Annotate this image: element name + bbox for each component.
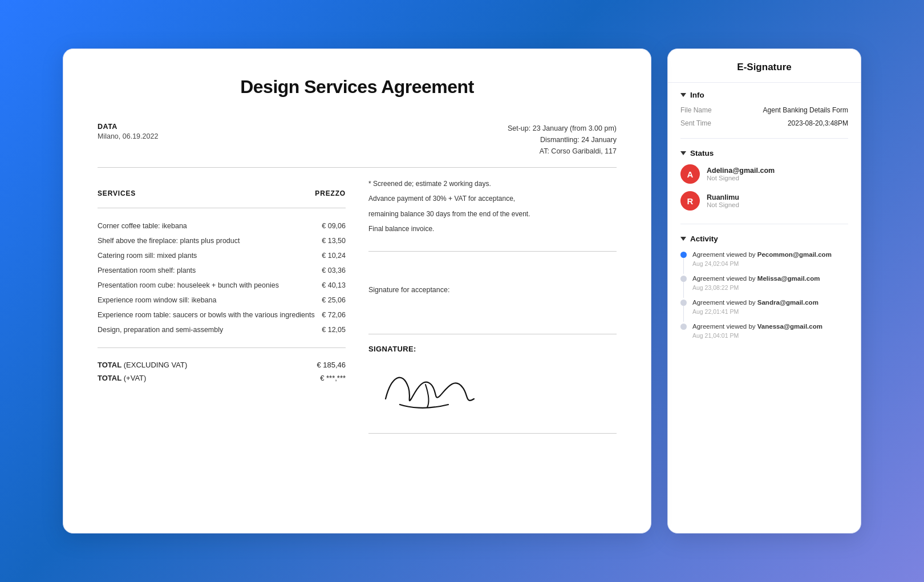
activity-text-3: Agreement viewed by Sandra@gmail.com <box>692 298 818 308</box>
activity-time-3: Aug 22,01:41 PM <box>692 308 818 315</box>
signer-row-2: R Ruanlimu Not Signed <box>680 191 848 211</box>
triangle-icon-2 <box>680 151 686 155</box>
signature-label: SIGNATURE: <box>368 345 617 353</box>
service-row-1: Corner coffee table: ikebana € 09,06 <box>98 219 346 233</box>
sent-time-value: 2023-08-20,3:48PM <box>788 119 848 127</box>
notes-divider <box>368 251 617 252</box>
activity-item-2: Agreement viewed by Melissa@gmail.com Au… <box>680 274 848 298</box>
doc-date: Milano, 06.19.2022 <box>98 132 158 140</box>
activity-dot-4 <box>680 324 687 330</box>
activity-dot-1 <box>680 252 687 258</box>
file-name-value: Agent Banking Details Form <box>763 106 848 114</box>
triangle-icon <box>680 93 686 97</box>
signer-status-1: Not Signed <box>707 175 775 181</box>
signer-avatar-1: A <box>680 164 700 184</box>
activity-dot-2 <box>680 276 687 282</box>
triangle-icon-3 <box>680 237 686 241</box>
activity-time-4: Aug 21,04:01 PM <box>692 332 822 339</box>
service-price-3: € 10,24 <box>322 252 346 260</box>
document-panel: Design Services Agreement DATA Milano, 0… <box>63 48 651 534</box>
signer-status-2: Not Signed <box>707 201 739 208</box>
service-price-5: € 40,13 <box>322 281 346 289</box>
setup-line-3: AT: Corso Garibaldi, 117 <box>508 146 617 157</box>
dot-col-1 <box>680 250 687 274</box>
activity-email-2: Melissa@gmail.com <box>757 275 820 282</box>
esig-title: E-Signature <box>668 49 861 83</box>
connector-3 <box>683 306 684 322</box>
note-2: Advance payment of 30% + VAT for accepta… <box>368 193 617 204</box>
dot-col-3 <box>680 298 687 322</box>
doc-right-col: * Screened de; estimate 2 working days. … <box>368 178 617 444</box>
esig-info-section: Info File Name Agent Banking Details For… <box>668 83 861 136</box>
note-4: Final balance invoice. <box>368 223 617 235</box>
sig-acceptance-label: Signature for acceptance: <box>368 286 617 294</box>
sig-line <box>368 334 617 334</box>
service-name-1: Corner coffee table: ikebana <box>98 222 187 230</box>
service-row-2: Shelf above the fireplace: plants plus p… <box>98 233 346 248</box>
signature-image <box>368 359 494 416</box>
service-name-7: Experience room table: saucers or bowls … <box>98 311 315 319</box>
activity-item-4: Agreement viewed by Vanessa@gmail.com Au… <box>680 322 848 339</box>
connector-1 <box>683 258 684 274</box>
info-label: Info <box>690 91 704 99</box>
signer-avatar-2: R <box>680 191 700 211</box>
signer-info-2: Ruanlimu Not Signed <box>707 193 739 208</box>
service-row-8: Design, preparation and semi-assembly € … <box>98 322 346 337</box>
setup-line-2: Dismantling: 24 January <box>508 134 617 146</box>
activity-content-2: Agreement viewed by Melissa@gmail.com Au… <box>692 274 820 291</box>
service-name-3: Catering room sill: mixed plants <box>98 252 197 260</box>
total-excl-label: TOTAL (EXCLUDING VAT) <box>98 361 187 369</box>
main-container: Design Services Agreement DATA Milano, 0… <box>63 37 861 545</box>
price-label: PREZZO <box>315 189 346 197</box>
activity-text-1: Agreement viewed by Pecommon@gmail.com <box>692 250 832 260</box>
service-price-8: € 12,05 <box>322 326 346 334</box>
service-name-6: Experience room window sill: ikebana <box>98 296 216 304</box>
service-price-1: € 09,06 <box>322 222 346 230</box>
signer-info-1: Adelina@gmail.com Not Signed <box>707 167 775 181</box>
service-row-4: Presentation room shelf: plants € 03,36 <box>98 263 346 278</box>
activity-time-1: Aug 24,02:04 PM <box>692 260 832 267</box>
activity-content-4: Agreement viewed by Vanessa@gmail.com Au… <box>692 322 822 339</box>
data-label: DATA <box>98 123 158 131</box>
signer-email-1: Adelina@gmail.com <box>707 167 775 175</box>
doc-two-col: SERVICES PREZZO Corner coffee table: ike… <box>98 178 617 444</box>
esig-status-title: Status <box>680 149 848 157</box>
status-label: Status <box>690 149 714 157</box>
esig-activity-title: Activity <box>680 235 848 243</box>
total-section: TOTAL (EXCLUDING VAT) € 185,46 TOTAL (+V… <box>98 358 346 385</box>
activity-email-1: Pecommon@gmail.com <box>757 251 832 258</box>
activity-label: Activity <box>690 235 718 243</box>
note-1: * Screened de; estimate 2 working days. <box>368 178 617 189</box>
services-bottom-divider <box>98 347 346 348</box>
services-top-divider <box>98 208 346 208</box>
sig-bottom-line <box>368 433 617 434</box>
signer-email-2: Ruanlimu <box>707 193 739 201</box>
file-name-label: File Name <box>680 106 712 114</box>
service-row-3: Catering room sill: mixed plants € 10,24 <box>98 248 346 263</box>
service-row-5: Presentation room cube: houseleek + bunc… <box>98 278 346 293</box>
doc-data-block: DATA Milano, 06.19.2022 <box>98 123 158 157</box>
header-divider <box>98 167 617 168</box>
sent-time-row: Sent Time 2023-08-20,3:48PM <box>680 119 848 127</box>
note-3: remaining balance 30 days from the end o… <box>368 208 617 220</box>
services-label: SERVICES <box>98 189 136 197</box>
activity-content-1: Agreement viewed by Pecommon@gmail.com A… <box>692 250 832 267</box>
activity-email-3: Sandra@gmail.com <box>757 299 818 306</box>
service-row-6: Experience room window sill: ikebana € 2… <box>98 293 346 308</box>
setup-line-1: Set-up: 23 January (from 3.00 pm) <box>508 123 617 134</box>
total-excl-value: € 185,46 <box>317 361 346 369</box>
signer-row-1: A Adelina@gmail.com Not Signed <box>680 164 848 184</box>
esig-activity-section: Activity Agreement viewed by Pecommon@gm… <box>668 227 861 342</box>
connector-2 <box>683 282 684 298</box>
activity-text-4: Agreement viewed by Vanessa@gmail.com <box>692 322 822 332</box>
service-price-2: € 13,50 <box>322 237 346 245</box>
service-price-7: € 72,06 <box>322 311 346 319</box>
esig-info-title: Info <box>680 91 848 99</box>
file-name-row: File Name Agent Banking Details Form <box>680 106 848 114</box>
notes-block: * Screened de; estimate 2 working days. … <box>368 178 617 235</box>
esig-panel: E-Signature Info File Name Agent Banking… <box>667 48 861 534</box>
activity-dot-3 <box>680 300 687 306</box>
document-header: DATA Milano, 06.19.2022 Set-up: 23 Janua… <box>98 123 617 157</box>
doc-left-col: SERVICES PREZZO Corner coffee table: ike… <box>98 178 346 444</box>
service-price-4: € 03,36 <box>322 266 346 274</box>
